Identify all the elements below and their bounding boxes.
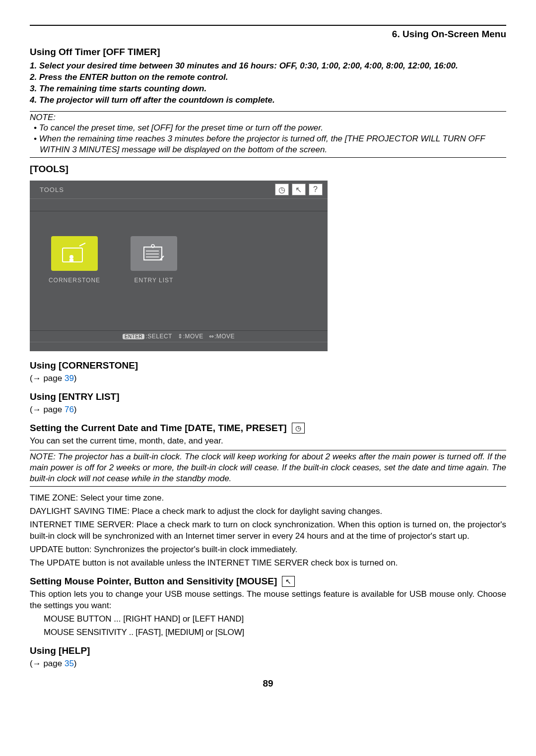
note-text: NOTE: The projector has a built-in clock…	[30, 451, 506, 484]
entry-list-heading: Using [ENTRY LIST]	[30, 391, 506, 402]
help-ref: (→ page 35)	[30, 658, 506, 670]
cornerstone-icon	[51, 236, 98, 271]
tool-cornerstone[interactable]: CORNERSTONE	[45, 236, 104, 315]
note-item: • When the remaining time reaches 3 minu…	[30, 133, 506, 155]
page-link[interactable]: 76	[65, 405, 74, 414]
tools-hint-bar: ENTER:SELECT ⇕:MOVE ⇔:MOVE	[30, 330, 328, 342]
datetime-line: UPDATE button: Synchronizes the projecto…	[30, 544, 506, 556]
tool-entry-list[interactable]: ENTRY LIST	[124, 236, 184, 315]
mouse-setting-line: MOUSE BUTTON ... [RIGHT HAND] or [LEFT H…	[30, 614, 506, 625]
off-timer-note: NOTE: • To cancel the preset time, set […	[30, 111, 506, 158]
note-item: • To cancel the preset time, set [OFF] f…	[30, 123, 506, 133]
tool-label: ENTRY LIST	[134, 277, 174, 284]
datetime-line: INTERNET TIME SERVER: Place a check mark…	[30, 519, 506, 542]
svg-rect-4	[144, 247, 162, 260]
mouse-heading: Setting Mouse Pointer, Button and Sensit…	[30, 576, 277, 587]
list-item: The remaining time starts counting down.	[30, 83, 506, 95]
entry-list-icon	[131, 236, 177, 271]
cornerstone-ref: (→ page 39)	[30, 373, 506, 384]
mouse-icon[interactable]: ↖	[292, 184, 306, 195]
cornerstone-heading: Using [CORNERSTONE]	[30, 360, 506, 371]
tools-heading: [TOOLS]	[30, 164, 506, 175]
tools-panel: TOOLS ◷ ↖ ? CORNERSTONE	[30, 181, 328, 351]
svg-rect-3	[69, 259, 73, 262]
svg-point-2	[69, 255, 73, 259]
entry-list-ref: (→ page 76)	[30, 404, 506, 416]
enter-pill: ENTER	[123, 334, 144, 339]
tools-panel-title: TOOLS	[40, 186, 64, 193]
note-label: NOTE:	[30, 113, 506, 123]
datetime-note: NOTE: The projector has a built-in clock…	[30, 450, 506, 487]
datetime-line: TIME ZONE: Select your time zone.	[30, 493, 506, 504]
mouse-setting-line: MOUSE SENSITIVITY .. [FAST], [MEDIUM] or…	[30, 627, 506, 638]
list-item: Select your desired time between 30 minu…	[30, 61, 506, 72]
datetime-line: The UPDATE button is not available unles…	[30, 558, 506, 569]
mouse-intro: This option lets you to change your USB …	[30, 589, 506, 612]
page-link[interactable]: 39	[65, 374, 74, 383]
datetime-intro: You can set the current time, month, dat…	[30, 436, 506, 447]
help-heading: Using [HELP]	[30, 645, 506, 656]
mouse-icon: ↖	[282, 576, 295, 587]
list-item: Press the ENTER button on the remote con…	[30, 72, 506, 83]
chapter-title: 6. Using On-Screen Menu	[30, 29, 506, 40]
off-timer-steps: Select your desired time between 30 minu…	[30, 61, 506, 106]
list-item: The projector will turn off after the co…	[30, 95, 506, 106]
svg-line-1	[79, 243, 85, 246]
datetime-line: DAYLIGHT SAVING TIME: Place a check mark…	[30, 506, 506, 517]
clock-icon[interactable]: ◷	[275, 184, 289, 195]
page-number: 89	[30, 678, 506, 689]
datetime-heading: Setting the Current Date and Time [DATE,…	[30, 423, 287, 434]
help-icon[interactable]: ?	[309, 184, 323, 195]
off-timer-heading: Using Off Timer [OFF TIMER]	[30, 47, 506, 58]
page-link[interactable]: 35	[65, 659, 74, 668]
clock-icon: ◷	[292, 423, 305, 434]
tool-label: CORNERSTONE	[49, 277, 100, 284]
